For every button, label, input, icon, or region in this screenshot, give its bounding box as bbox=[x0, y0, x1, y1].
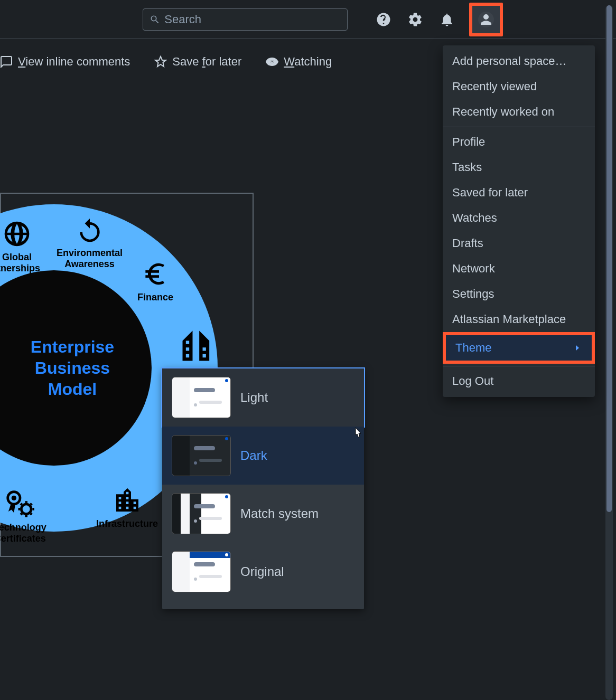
theme-option-light-label: Light bbox=[240, 390, 268, 405]
svg-point-4 bbox=[21, 504, 31, 514]
theme-option-dark-label: Dark bbox=[240, 448, 267, 463]
theme-submenu: Light Dark Match system Original bbox=[162, 368, 364, 609]
theme-preview-match bbox=[172, 493, 231, 534]
theme-option-dark[interactable]: Dark bbox=[162, 427, 364, 485]
gear-icon[interactable] bbox=[406, 10, 425, 29]
view-comments-button[interactable]: View inline comments bbox=[0, 55, 130, 69]
bell-icon[interactable] bbox=[437, 10, 456, 29]
search-box[interactable] bbox=[143, 8, 348, 31]
save-for-later-button[interactable]: Save for later bbox=[154, 55, 241, 69]
view-comments-label: View inline comments bbox=[18, 55, 130, 69]
theme-preview-dark bbox=[172, 435, 231, 476]
menu-recently-worked-on[interactable]: Recently worked on bbox=[443, 99, 595, 125]
search-icon bbox=[150, 14, 160, 25]
diagram-item-industry bbox=[178, 326, 218, 369]
diagram-item-env: Environmental Awareness bbox=[57, 215, 123, 270]
theme-option-original[interactable]: Original bbox=[162, 543, 364, 601]
diagram-center-text: Enterprise Business Model bbox=[31, 336, 114, 400]
menu-tasks[interactable]: Tasks bbox=[443, 155, 595, 180]
menu-network[interactable]: Network bbox=[443, 256, 595, 281]
diagram-item-finance: Finance bbox=[137, 259, 173, 303]
euro-icon bbox=[141, 259, 170, 289]
theme-option-match-system[interactable]: Match system bbox=[162, 485, 364, 543]
theme-preview-original bbox=[172, 551, 231, 592]
scroll-thumb[interactable] bbox=[606, 5, 612, 512]
star-icon bbox=[154, 55, 167, 68]
menu-settings[interactable]: Settings bbox=[443, 281, 595, 307]
menu-watches[interactable]: Watches bbox=[443, 205, 595, 231]
menu-profile[interactable]: Profile bbox=[443, 129, 595, 155]
svg-point-1 bbox=[271, 61, 273, 63]
menu-saved-for-later[interactable]: Saved for later bbox=[443, 180, 595, 205]
cursor-pointer-icon bbox=[352, 427, 365, 441]
menu-log-out[interactable]: Log Out bbox=[443, 368, 595, 394]
theme-option-match-label: Match system bbox=[240, 506, 319, 521]
comment-icon bbox=[0, 55, 13, 68]
chevron-right-icon bbox=[573, 343, 582, 353]
eye-icon bbox=[266, 55, 278, 68]
theme-option-light[interactable]: Light bbox=[162, 368, 364, 427]
menu-drafts[interactable]: Drafts bbox=[443, 231, 595, 256]
help-icon[interactable] bbox=[374, 10, 393, 29]
menu-separator bbox=[443, 127, 595, 127]
diagram-item-global: Global rtnerships bbox=[0, 219, 40, 274]
watching-label: Watching bbox=[284, 55, 332, 69]
top-icons bbox=[374, 3, 503, 36]
award-gear-icon bbox=[5, 489, 35, 519]
diagram-item-tech: Technology Certificates bbox=[0, 489, 46, 544]
svg-point-3 bbox=[11, 496, 16, 500]
menu-atlassian-marketplace[interactable]: Atlassian Marketplace bbox=[443, 307, 595, 332]
avatar-icon[interactable] bbox=[477, 10, 496, 29]
save-for-later-label: Save for later bbox=[172, 55, 241, 69]
user-menu: Add personal space… Recently viewed Rece… bbox=[443, 45, 595, 397]
diagram-item-infra: Infrastructure bbox=[96, 486, 158, 529]
menu-separator bbox=[443, 366, 595, 366]
vertical-scrollbar[interactable] bbox=[605, 5, 613, 700]
top-bar bbox=[0, 0, 616, 39]
buildings-icon bbox=[178, 326, 218, 366]
avatar-highlight bbox=[469, 3, 503, 36]
globe-icon bbox=[2, 219, 32, 249]
city-icon bbox=[113, 486, 142, 515]
theme-preview-light bbox=[172, 377, 231, 418]
menu-theme[interactable]: Theme bbox=[443, 332, 595, 364]
menu-recently-viewed[interactable]: Recently viewed bbox=[443, 74, 595, 99]
watching-button[interactable]: Watching bbox=[266, 55, 332, 69]
recycle-icon bbox=[75, 215, 105, 244]
menu-theme-label: Theme bbox=[455, 341, 491, 355]
menu-add-personal-space[interactable]: Add personal space… bbox=[443, 49, 595, 74]
search-input[interactable] bbox=[164, 13, 341, 26]
theme-option-original-label: Original bbox=[240, 564, 284, 579]
